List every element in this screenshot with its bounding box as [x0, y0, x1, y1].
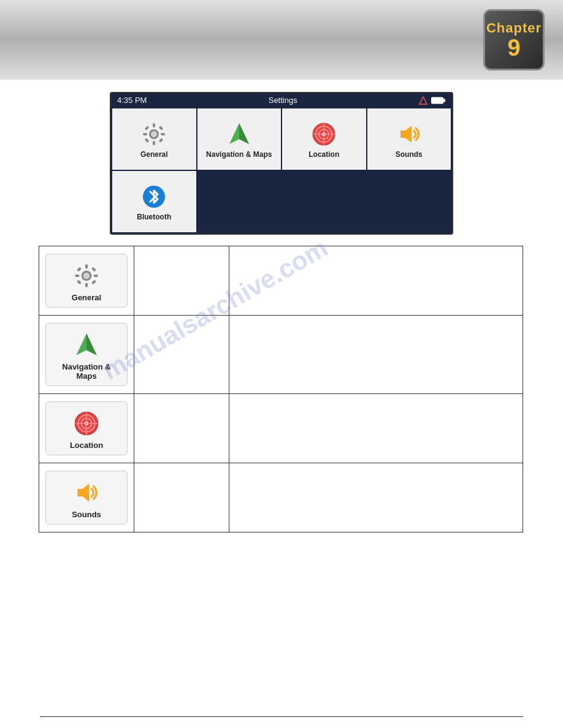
status-time: 4:35 PM [117, 96, 147, 105]
svg-rect-31 [77, 279, 82, 284]
chapter-number: 9 [507, 36, 520, 59]
nav-icon-table [72, 331, 101, 359]
device-tile-sounds[interactable]: Sounds [367, 108, 451, 170]
table-cell-location-icon: Location [39, 394, 134, 463]
table-cell-nav-mid [134, 316, 229, 394]
svg-rect-6 [153, 141, 155, 145]
settings-title: Settings [269, 96, 297, 105]
table-cell-location-mid [134, 394, 229, 463]
sounds-icon-table [72, 479, 101, 507]
device-tile-empty-1 [197, 171, 282, 232]
statusbar-right [419, 96, 446, 105]
device-tile-empty-2 [282, 171, 366, 232]
svg-rect-2 [443, 99, 445, 102]
chapter-badge: Chapter 9 [483, 9, 545, 70]
table-cell-general-icon: General [39, 246, 134, 316]
nav-icon [226, 121, 253, 150]
svg-marker-34 [86, 333, 97, 355]
svg-rect-7 [143, 133, 147, 135]
location-table-label: Location [70, 441, 103, 450]
device-tile-sounds-label: Sounds [396, 150, 423, 159]
bottom-line [40, 716, 523, 718]
device-tile-general-label: General [140, 150, 168, 159]
svg-marker-41 [77, 483, 89, 501]
gear-icon-table [72, 262, 101, 290]
location-icon-table [72, 409, 101, 438]
svg-rect-12 [159, 138, 164, 143]
reference-table-container: manualsarchive.com [39, 246, 524, 533]
table-cell-general-desc [229, 246, 523, 316]
device-screen: 4:35 PM Settings [110, 92, 453, 235]
reference-table: General Navigation &Maps [39, 246, 523, 533]
svg-point-4 [151, 131, 157, 137]
table-cell-sounds-icon: Sounds [39, 463, 134, 533]
svg-rect-9 [145, 126, 150, 131]
table-cell-nav-desc [229, 316, 523, 394]
svg-rect-29 [77, 267, 82, 271]
general-table-label: General [72, 293, 101, 302]
bluetooth-icon [140, 183, 167, 213]
svg-rect-28 [94, 275, 98, 277]
general-icon-wrap[interactable]: General [45, 254, 128, 308]
gear-icon [140, 121, 167, 150]
svg-rect-1 [431, 97, 443, 104]
table-row-sounds: Sounds [39, 463, 523, 533]
device-tile-nav-label: Navigation & Maps [206, 150, 272, 159]
table-cell-general-mid [134, 246, 229, 316]
chapter-label: Chapter [486, 20, 542, 36]
table-cell-nav-icon: Navigation &Maps [39, 316, 134, 394]
svg-marker-21 [400, 126, 412, 143]
device-tile-location-label: Location [308, 150, 339, 159]
device-tile-bluetooth-label: Bluetooth [137, 213, 171, 221]
svg-rect-5 [153, 123, 155, 127]
svg-rect-10 [159, 126, 164, 131]
sounds-icon-wrap[interactable]: Sounds [45, 471, 128, 525]
battery-icon [431, 97, 446, 104]
device-tile-bluetooth[interactable]: Bluetooth [112, 171, 196, 232]
nav-table-label: Navigation &Maps [62, 362, 110, 381]
table-row-nav: Navigation &Maps [39, 316, 523, 394]
device-statusbar: 4:35 PM Settings [111, 93, 452, 107]
svg-rect-25 [85, 264, 88, 268]
svg-marker-14 [239, 123, 249, 144]
signal-icon [419, 96, 427, 105]
location-icon-wrap[interactable]: Location [45, 401, 128, 455]
sounds-table-label: Sounds [72, 510, 101, 519]
device-tile-empty-3 [367, 171, 451, 232]
table-cell-sounds-mid [134, 463, 229, 533]
table-row-general: General [39, 246, 523, 316]
nav-icon-wrap[interactable]: Navigation &Maps [45, 323, 128, 386]
svg-rect-32 [91, 279, 96, 284]
device-tile-navigation-maps[interactable]: Navigation & Maps [197, 108, 282, 170]
device-tile-general[interactable]: General [112, 108, 196, 170]
svg-point-24 [83, 273, 90, 279]
location-icon [310, 121, 337, 150]
svg-rect-11 [145, 138, 150, 143]
svg-rect-30 [91, 267, 96, 271]
chapter-header: Chapter 9 [0, 0, 563, 80]
device-tile-grid-row2: Bluetooth [111, 171, 452, 233]
table-row-location: Location [39, 394, 523, 463]
svg-rect-27 [75, 275, 79, 277]
device-tile-grid-row1: General Navigation & Maps [111, 107, 452, 171]
svg-rect-26 [85, 283, 88, 287]
svg-marker-0 [419, 97, 427, 104]
svg-rect-8 [161, 133, 165, 135]
table-cell-location-desc [229, 394, 523, 463]
device-tile-location[interactable]: Location [282, 108, 366, 170]
table-cell-sounds-desc [229, 463, 523, 533]
sounds-icon [396, 121, 423, 150]
